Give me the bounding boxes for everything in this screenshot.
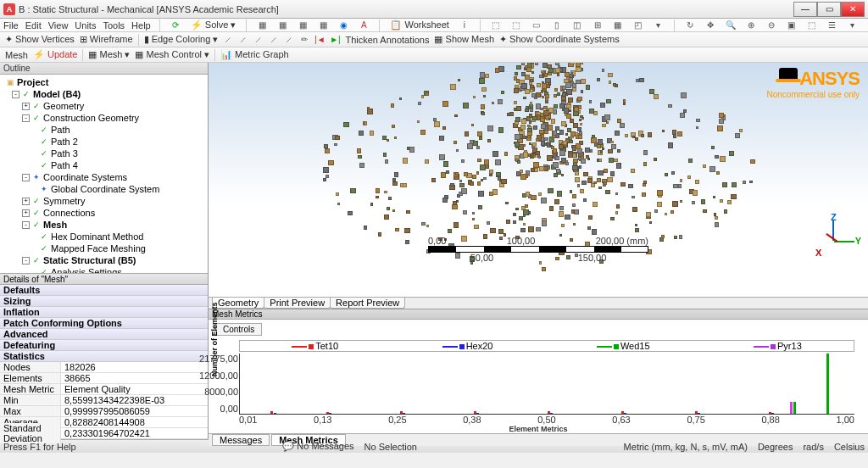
details-cat[interactable]: Defaults xyxy=(0,285,208,296)
collapse-icon[interactable]: - xyxy=(22,114,30,122)
tree-cgeom[interactable]: Construction Geometry xyxy=(43,112,139,124)
menu-units[interactable]: Units xyxy=(75,20,96,31)
view-icon[interactable]: ☰ xyxy=(826,19,839,32)
expand-icon[interactable]: + xyxy=(22,209,30,217)
status-messages[interactable]: 💬 No Messages xyxy=(282,441,353,452)
status-celsius[interactable]: Celsius xyxy=(834,442,865,452)
collapse-icon[interactable]: - xyxy=(22,257,30,265)
show-mesh-button[interactable]: ▦ Show Mesh xyxy=(432,34,496,45)
select-icon[interactable]: ▦ xyxy=(611,19,625,32)
edge-icon[interactable]: ⟋ xyxy=(282,33,296,47)
view-icon[interactable]: ▾ xyxy=(846,19,860,32)
zoom-icon[interactable]: 🔍 xyxy=(724,19,737,32)
edge-icon[interactable]: |◄ xyxy=(313,33,326,47)
tree-path4[interactable]: Path 4 xyxy=(51,159,78,171)
zoom-icon[interactable]: ⊕ xyxy=(744,19,758,32)
status-units[interactable]: Metric (mm, kg, N, s, mV, mA) xyxy=(624,442,748,452)
tab-geometry[interactable]: Geometry xyxy=(212,298,264,309)
pan-icon[interactable]: ✥ xyxy=(704,19,717,32)
rotate-icon[interactable]: ↻ xyxy=(683,19,697,32)
edge-icon[interactable]: ⟋ xyxy=(221,33,235,47)
tree-aset[interactable]: Analysis Settings xyxy=(51,266,122,273)
tree-conn[interactable]: Connections xyxy=(43,207,95,219)
zoom-icon[interactable]: ⊖ xyxy=(765,19,778,32)
tree-geometry[interactable]: Geometry xyxy=(43,100,84,112)
viewport-3d[interactable]: ANSYS Noncommercial use only 0,00100,002… xyxy=(209,63,868,297)
controls-button[interactable]: Controls xyxy=(215,323,262,336)
refresh-icon[interactable]: ⟳ xyxy=(169,19,182,32)
details-row[interactable]: Max0,999997995086059 xyxy=(0,406,208,417)
details-row[interactable]: Standard Deviation0,233301964702421 xyxy=(0,428,208,439)
show-cs-button[interactable]: ✦ Show Coordinate Systems xyxy=(498,34,621,45)
collapse-icon[interactable]: - xyxy=(12,91,19,98)
edge-icon[interactable]: ✏ xyxy=(298,33,311,47)
edge-icon[interactable]: ⟋ xyxy=(236,33,250,47)
select-icon[interactable]: ⬚ xyxy=(509,19,523,32)
select-icon[interactable]: ▭ xyxy=(530,19,543,32)
select-icon[interactable]: ⬚ xyxy=(489,19,503,32)
select-icon[interactable]: ◰ xyxy=(632,19,645,32)
close-button[interactable]: ✕ xyxy=(841,2,865,17)
details-cat[interactable]: Inflation xyxy=(0,307,208,318)
details-cat[interactable]: Advanced xyxy=(0,329,208,340)
details-row[interactable]: Elements38665 xyxy=(0,373,208,384)
details-row[interactable]: Nodes182026 xyxy=(0,362,208,373)
tb-icon[interactable]: ▦ xyxy=(316,19,330,32)
details-cat[interactable]: Sizing xyxy=(0,296,208,307)
tree-project[interactable]: Project xyxy=(17,76,48,88)
tb-icon[interactable]: A xyxy=(357,19,370,32)
status-degrees[interactable]: Degrees xyxy=(758,442,793,452)
worksheet-button[interactable]: 📋 Worksheet xyxy=(388,20,450,31)
details-row[interactable]: Mesh MetricElement Quality xyxy=(0,384,208,395)
menu-help[interactable]: Help xyxy=(131,20,151,31)
edge-icon[interactable]: ►| xyxy=(328,33,342,47)
thicken-button[interactable]: Thicken Annotations xyxy=(343,35,431,45)
select-icon[interactable]: ◫ xyxy=(570,19,584,32)
tb-icon[interactable]: i xyxy=(458,19,471,32)
tb-icon[interactable]: ▦ xyxy=(275,19,289,32)
select-icon[interactable]: ▯ xyxy=(550,19,564,32)
minimize-button[interactable]: — xyxy=(793,2,817,17)
tree-gcs[interactable]: Global Coordinate System xyxy=(51,183,159,195)
tab-report-preview[interactable]: Report Preview xyxy=(330,298,405,309)
menu-file[interactable]: File xyxy=(3,20,19,31)
select-icon[interactable]: ▾ xyxy=(652,19,665,32)
fit-icon[interactable]: ▣ xyxy=(785,19,798,32)
collapse-icon[interactable]: - xyxy=(22,174,30,181)
tree-path2[interactable]: Path 2 xyxy=(51,136,78,148)
tree-model[interactable]: Model (B4) xyxy=(33,88,81,100)
metric-graph-button[interactable]: 📊 Metric Graph xyxy=(219,49,291,60)
details-cat[interactable]: Statistics xyxy=(0,351,208,362)
maximize-button[interactable]: ▭ xyxy=(817,2,841,17)
tree-cs[interactable]: Coordinate Systems xyxy=(43,171,127,183)
edge-coloring-button[interactable]: ▮ Edge Coloring ▾ xyxy=(142,34,220,45)
menu-edit[interactable]: Edit xyxy=(25,20,42,31)
view-icon[interactable]: ⬚ xyxy=(805,19,819,32)
select-icon[interactable]: ⊞ xyxy=(591,19,604,32)
tb-icon[interactable]: ◉ xyxy=(337,19,350,32)
menu-view[interactable]: View xyxy=(48,20,69,31)
tree-hex[interactable]: Hex Dominant Method xyxy=(51,231,143,242)
tb-icon[interactable]: ▦ xyxy=(296,19,309,32)
edge-icon[interactable]: ⟋ xyxy=(252,33,265,47)
tree-mapped[interactable]: Mapped Face Meshing xyxy=(51,242,146,254)
expand-icon[interactable]: + xyxy=(22,103,30,110)
solve-button[interactable]: ⚡ Solve ▾ xyxy=(189,20,238,31)
outline-tree[interactable]: ▣Project -✓Model (B4) +✓Geometry -✓Const… xyxy=(0,75,208,273)
show-vertices-button[interactable]: ✦ Show Vertices xyxy=(3,34,76,45)
update-button[interactable]: ⚡ Update xyxy=(31,49,80,60)
expand-icon[interactable]: + xyxy=(22,198,30,205)
tab-messages[interactable]: Messages xyxy=(212,434,270,446)
details-cat[interactable]: Defeaturing xyxy=(0,340,208,351)
wireframe-button[interactable]: ⊞ Wireframe xyxy=(78,34,135,45)
tree-mesh[interactable]: Mesh xyxy=(43,219,67,231)
tree-path[interactable]: Path xyxy=(51,124,70,136)
menu-tools[interactable]: Tools xyxy=(103,20,125,31)
axis-triad[interactable]: Z Y X xyxy=(814,220,856,263)
details-row[interactable]: Min8,55991343422398E-03 xyxy=(0,395,208,406)
tab-print-preview[interactable]: Print Preview xyxy=(264,298,331,309)
status-rads[interactable]: rad/s xyxy=(803,442,823,452)
details-grid[interactable]: Defaults Sizing Inflation Patch Conformi… xyxy=(0,285,208,439)
mesh-control-button[interactable]: ▦ Mesh Control ▾ xyxy=(133,49,211,60)
tree-path3[interactable]: Path 3 xyxy=(51,148,78,159)
